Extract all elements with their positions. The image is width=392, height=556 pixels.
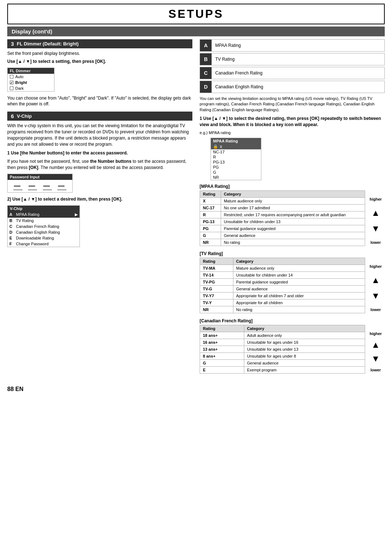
- left-column: 3 FL Dimmer (Default: Bright) Set the fr…: [7, 39, 192, 379]
- mpaa-row-pg[interactable]: PG: [211, 165, 261, 170]
- mpaa-desc-nc17: No one under 17 admitted: [221, 205, 365, 211]
- mpaa-small-box: MPAA Rating 🔒 X NC-17 R PG-13 PG G NR: [211, 138, 261, 180]
- page-title: SETUPS: [8, 7, 384, 21]
- step6-header: 6 V-Chip: [7, 112, 192, 121]
- step6-step1-header: 1 Use [the Number buttons] to enter the …: [7, 150, 192, 156]
- table-row: TV-PGParental guidance suggested: [200, 279, 365, 286]
- mpaa-row-nc17[interactable]: NC-17: [211, 149, 261, 154]
- mpaa-higher-label: higher: [369, 197, 382, 201]
- mpaa-pg13-label: PG-13: [213, 160, 225, 164]
- canadian-french-table: Rating Category 18 ans+Adult audience on…: [200, 325, 365, 374]
- tv-code-ma: TV-MA: [200, 265, 233, 272]
- table-row: TV-14Unsuitable for children under 14: [200, 272, 365, 279]
- mpaa-code-g: G: [200, 232, 221, 239]
- letter-d-badge: D: [200, 81, 212, 93]
- mpaa-g-label: G: [213, 170, 216, 174]
- step6-description: With the v-chip system in this unit, you…: [7, 123, 192, 147]
- tv-lower-label: lower: [371, 307, 381, 312]
- section-header: Display (cont'd): [7, 27, 385, 36]
- mpaa-lock-icon: 🔒: [213, 144, 218, 149]
- letter-box-d: D Canadian English Rating: [200, 81, 385, 93]
- step3-number: 3: [11, 41, 14, 47]
- tv-code-14: TV-14: [200, 272, 233, 279]
- tv-desc-ma: Mature audience only: [233, 265, 365, 272]
- vchip-row-canadian-french[interactable]: C Canadian French Rating: [8, 223, 79, 229]
- right-instruction1: 1 Use [▲ / ▼] to select the desired rati…: [200, 116, 385, 128]
- cf-col-category: Category: [244, 325, 365, 332]
- vchip-row-downloadable[interactable]: E Downloadable Rating: [8, 235, 79, 241]
- letter-d-text: Canadian English Rating: [212, 83, 267, 91]
- auto-checkbox[interactable]: [10, 75, 13, 78]
- letter-box-c: C Canadian French Rating: [200, 67, 385, 79]
- vchip-label-downloadable: Downloadable Rating: [16, 236, 54, 240]
- tv-code-pg: TV-PG: [200, 279, 233, 286]
- tv-code-y: TV-Y: [200, 299, 233, 306]
- mpaa-row-r[interactable]: R: [211, 154, 261, 160]
- mpaa-code-x: X: [200, 198, 221, 205]
- tv-desc-g: General audience: [233, 286, 365, 293]
- pw-dash-3: —: [43, 182, 52, 190]
- mpaa-row-g[interactable]: G: [211, 170, 261, 175]
- table-row: 16 ans+Unsuitable for ages under 16: [200, 339, 365, 346]
- canadian-french-section: [Canadian French Rating] Rating Category…: [200, 318, 385, 374]
- table-row: XMature audience only: [200, 198, 365, 205]
- mpaa-r-label: R: [213, 155, 216, 159]
- table-row: PG-13Unsuitable for children under 13: [200, 218, 365, 225]
- table-row: 18 ans+Adult audience only: [200, 332, 365, 339]
- mpaa-code-pg13: PG-13: [200, 218, 221, 225]
- step3-note: You can choose one from "Auto", "Bright"…: [7, 95, 192, 108]
- tv-desc-14: Unsuitable for children under 14: [233, 272, 365, 279]
- fl-dimmer-auto[interactable]: Auto: [8, 74, 54, 80]
- eg-label: e.g.) MPAA rating: [200, 130, 385, 136]
- vchip-row-canadian-english[interactable]: D Canadian English Rating: [8, 229, 79, 235]
- vchip-label-mpaa: MPAA Rating: [16, 212, 40, 217]
- step6-step1-detail: If you have not set the password, first,…: [7, 158, 192, 171]
- vchip-row-tv[interactable]: B TV Rating: [8, 218, 79, 223]
- page-title-bar: SETUPS: [7, 4, 385, 24]
- vchip-key-b: B: [9, 218, 15, 223]
- vchip-label-canadian-english: Canadian English Rating: [16, 230, 60, 234]
- mpaa-desc-r: Restricted; under 17 requires accompanyi…: [221, 211, 365, 218]
- mpaa-code-nc17: NC-17: [200, 205, 221, 211]
- cf-higher-label: higher: [369, 331, 382, 336]
- cf-lower-label: lower: [371, 368, 381, 372]
- vchip-row-change-pw[interactable]: F Change Password: [8, 241, 79, 247]
- mpaa-nc17-label: NC-17: [213, 150, 225, 154]
- fl-bright-label: Bright: [15, 80, 27, 85]
- fl-dark-label: Dark: [15, 86, 24, 90]
- fl-dimmer-bright[interactable]: ✓ Bright: [8, 80, 54, 85]
- vchip-arrow-a: ▶: [75, 212, 78, 217]
- cf-arrow-col: higher ▲ ▼ lower: [367, 325, 385, 374]
- step3-description: Set the front panel display brightness.: [7, 51, 192, 57]
- pw-dash-1: —: [13, 182, 23, 190]
- cf-up-arrow-icon: ▲: [371, 341, 380, 349]
- mpaa-desc-pg13: Unsuitable for children under 13: [221, 218, 365, 225]
- tv-rating-table-wrap: Rating Category TV-MAMature audience onl…: [200, 258, 385, 313]
- dark-checkbox[interactable]: [10, 86, 13, 90]
- cf-col-rating: Rating: [200, 325, 244, 332]
- mpaa-row-nr[interactable]: NR: [211, 175, 261, 180]
- tv-down-arrow-icon: ▼: [371, 291, 380, 300]
- canadian-french-table-wrap: Rating Category 18 ans+Adult audience on…: [200, 325, 385, 374]
- section-title: Display (cont'd): [12, 28, 52, 35]
- tv-desc-y7: Appropriate for all children 7 and older: [233, 293, 365, 299]
- tv-desc-pg: Parental guidance suggested: [233, 279, 365, 286]
- table-row: 8 ans+Unsuitable for ages under 8: [200, 353, 365, 360]
- table-row: TV-GGeneral audience: [200, 286, 365, 293]
- tv-col-rating: Rating: [200, 258, 233, 265]
- tv-higher-label: higher: [369, 264, 382, 269]
- table-row: NRNo rating: [200, 306, 365, 313]
- fl-dimmer-dark[interactable]: Dark: [8, 85, 54, 91]
- tv-col-category: Category: [233, 258, 365, 265]
- bright-checkbox[interactable]: ✓: [10, 81, 13, 84]
- vchip-key-a: A: [9, 212, 15, 217]
- mpaa-row-pg13[interactable]: PG-13: [211, 160, 261, 165]
- tv-code-y7: TV-Y7: [200, 293, 233, 299]
- table-row: RRestricted; under 17 requires accompany…: [200, 211, 365, 218]
- mpaa-nr-label: NR: [213, 175, 219, 180]
- table-row: TV-Y7Appropriate for all children 7 and …: [200, 293, 365, 299]
- fl-dimmer-box: FL Dimmer Auto ✓ Bright Dark: [7, 68, 54, 92]
- tv-up-arrow-icon: ▲: [371, 276, 380, 285]
- mpaa-row-x[interactable]: 🔒 X: [211, 144, 261, 149]
- vchip-row-mpaa[interactable]: A MPAA Rating ▶: [8, 211, 79, 218]
